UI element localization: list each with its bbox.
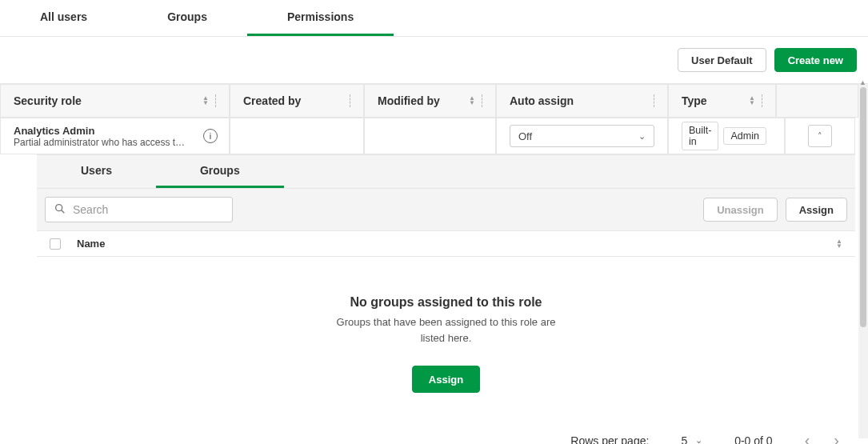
collapse-button[interactable]: ˄	[808, 125, 832, 147]
select-all-checkbox[interactable]	[50, 238, 61, 250]
rows-per-page-value: 5	[681, 434, 687, 445]
main-area: Security role ▲▼ Created by Modified by	[0, 84, 868, 444]
info-icon[interactable]: i	[203, 129, 218, 143]
scroll-up-arrow-icon: ▲	[859, 78, 866, 86]
column-header-label: Created by	[243, 94, 301, 107]
empty-assign-button[interactable]: Assign	[412, 366, 480, 393]
column-header-label: Auto assign	[510, 94, 574, 107]
role-description: Partial administrator who has access t…	[14, 137, 185, 148]
detail-toolbar: Unassign Assign	[37, 189, 855, 231]
chevron-down-icon: ⌄	[638, 131, 646, 142]
top-tabs: All users Groups Permissions	[0, 0, 868, 37]
empty-title: No groups assigned to this role	[350, 295, 542, 310]
column-header-label: Security role	[14, 94, 82, 107]
column-header-type[interactable]: Type ▲▼	[668, 84, 776, 118]
role-detail-panel: Users Groups Unassign Assign	[37, 154, 855, 444]
svg-point-0	[56, 204, 62, 210]
sort-icon[interactable]: ▲▼	[202, 96, 209, 106]
chevron-down-icon: ⌄	[695, 435, 702, 444]
cell-expand: ˄	[785, 118, 855, 154]
column-resize-handle[interactable]	[482, 94, 482, 107]
sort-icon[interactable]: ▲▼	[749, 96, 755, 106]
column-resize-handle[interactable]	[350, 94, 350, 107]
name-column-header[interactable]: Name ▲▼	[37, 231, 855, 257]
tab-groups[interactable]: Groups	[127, 0, 247, 36]
column-resize-handle[interactable]	[654, 94, 654, 107]
next-page-button[interactable]: ›	[834, 431, 839, 444]
main-inner: Security role ▲▼ Created by Modified by	[0, 84, 868, 444]
column-header-label: Type	[682, 94, 707, 107]
empty-state: No groups assigned to this role Groups t…	[37, 257, 855, 417]
column-resize-handle[interactable]	[215, 94, 216, 107]
chevron-up-icon: ˄	[818, 131, 822, 142]
role-title: Analytics Admin	[14, 125, 94, 137]
column-header-security-role[interactable]: Security role ▲▼	[0, 84, 230, 118]
column-header-expand	[776, 84, 858, 118]
pagination: Rows per page: 5 ⌄ 0-0 of 0 ‹ ›	[37, 417, 855, 444]
search-input[interactable]	[73, 203, 224, 216]
cell-modified-by	[364, 118, 496, 154]
unassign-button[interactable]: Unassign	[703, 198, 778, 222]
role-table-header: Security role ▲▼ Created by Modified by	[0, 84, 858, 118]
sort-icon[interactable]: ▲▼	[469, 96, 475, 106]
cell-created-by	[230, 118, 364, 154]
search-box[interactable]	[45, 197, 233, 222]
column-header-label: Modified by	[378, 94, 440, 107]
column-header-created-by[interactable]: Created by	[230, 84, 364, 118]
sub-tab-users[interactable]: Users	[37, 155, 156, 188]
detail-sub-tabs: Users Groups	[37, 155, 855, 189]
svg-line-1	[62, 210, 65, 213]
prev-page-button[interactable]: ‹	[805, 431, 810, 444]
vertical-scrollbar[interactable]: ▲	[858, 84, 868, 438]
vertical-scrollbar-thumb[interactable]	[860, 87, 866, 327]
user-default-button[interactable]: User Default	[678, 48, 766, 72]
sort-icon[interactable]: ▲▼	[836, 239, 842, 249]
cell-auto-assign: Off ⌄	[496, 118, 668, 154]
assign-button[interactable]: Assign	[786, 198, 847, 222]
page-range: 0-0 of 0	[734, 434, 772, 445]
name-header-label: Name	[77, 238, 105, 250]
rows-per-page-select[interactable]: 5 ⌄	[681, 434, 702, 445]
empty-description: Groups that have been assigned to this r…	[326, 314, 566, 346]
create-new-button[interactable]: Create new	[774, 48, 857, 72]
search-icon	[54, 202, 66, 218]
action-bar: User Default Create new	[0, 37, 868, 84]
tab-all-users[interactable]: All users	[0, 0, 127, 36]
column-header-auto-assign[interactable]: Auto assign	[496, 84, 668, 118]
column-resize-handle[interactable]	[762, 94, 762, 107]
cell-security-role: Analytics Admin Partial administrator wh…	[0, 118, 230, 154]
cell-type: Built-in Admin	[668, 118, 785, 154]
auto-assign-dropdown[interactable]: Off ⌄	[510, 125, 654, 147]
sub-tab-groups[interactable]: Groups	[156, 155, 284, 188]
dropdown-value: Off	[518, 130, 532, 142]
role-table-row[interactable]: Analytics Admin Partial administrator wh…	[0, 118, 855, 154]
rows-per-page-label: Rows per page:	[570, 434, 649, 445]
column-header-modified-by[interactable]: Modified by ▲▼	[364, 84, 496, 118]
tab-permissions[interactable]: Permissions	[247, 0, 394, 36]
type-tag-admin: Admin	[723, 127, 766, 145]
type-tag-builtin: Built-in	[682, 122, 718, 150]
